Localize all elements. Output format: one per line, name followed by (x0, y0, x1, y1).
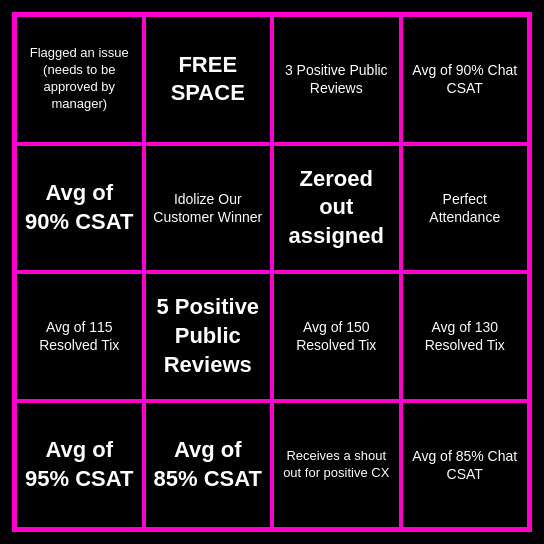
bingo-cell-r4c1[interactable]: Avg of 95% CSAT (15, 401, 144, 530)
bingo-cell-r3c1[interactable]: Avg of 115 Resolved Tix (15, 272, 144, 401)
bingo-cell-r2c1[interactable]: Avg of 90% CSAT (15, 144, 144, 273)
bingo-cell-r3c4[interactable]: Avg of 130 Resolved Tix (401, 272, 530, 401)
bingo-cell-r4c4[interactable]: Avg of 85% Chat CSAT (401, 401, 530, 530)
bingo-cell-r2c4[interactable]: Perfect Attendance (401, 144, 530, 273)
bingo-cell-r3c2[interactable]: 5 Positive Public Reviews (144, 272, 273, 401)
bingo-cell-r1c2[interactable]: FREE SPACE (144, 15, 273, 144)
bingo-cell-r2c2[interactable]: Idolize Our Customer Winner (144, 144, 273, 273)
bingo-cell-r1c1[interactable]: Flagged an issue (needs to be approved b… (15, 15, 144, 144)
bingo-cell-r1c4[interactable]: Avg of 90% Chat CSAT (401, 15, 530, 144)
bingo-cell-r4c3[interactable]: Receives a shout out for positive CX (272, 401, 401, 530)
bingo-cell-r3c3[interactable]: Avg of 150 Resolved Tix (272, 272, 401, 401)
bingo-cell-r2c3[interactable]: Zeroed out assigned (272, 144, 401, 273)
bingo-cell-r4c2[interactable]: Avg of 85% CSAT (144, 401, 273, 530)
bingo-cell-r1c3[interactable]: 3 Positive Public Reviews (272, 15, 401, 144)
bingo-board: Flagged an issue (needs to be approved b… (12, 12, 532, 532)
